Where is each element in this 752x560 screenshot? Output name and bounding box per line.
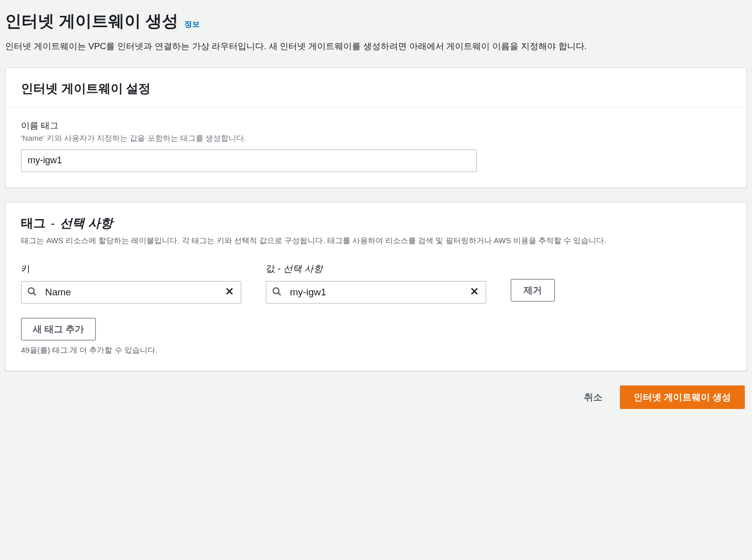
info-link[interactable]: 정보 — [184, 19, 200, 28]
tag-value-input[interactable] — [266, 281, 486, 304]
tag-row: 키 — [21, 263, 731, 304]
tag-remove-column: 제거 — [511, 263, 555, 301]
create-igw-button[interactable]: 인터넷 게이트웨이 생성 — [620, 385, 745, 409]
tags-remaining-text: 49을(를) 태그.개 더 추가할 수 있습니다. — [21, 346, 731, 355]
cancel-button[interactable]: 취소 — [577, 386, 610, 408]
page-description: 인터넷 게이트웨이는 VPC를 인터넷과 연결하는 가상 라우터입니다. 새 인… — [5, 40, 747, 53]
page-header: 인터넷 게이트웨이 생성 정보 — [5, 10, 747, 33]
add-tag-button[interactable]: 새 태그 추가 — [21, 318, 96, 340]
tags-panel-title: 태그 - 선택 사항 — [21, 215, 731, 231]
tag-key-header: 키 — [21, 263, 241, 275]
tags-title-optional: 선택 사항 — [60, 215, 113, 231]
tags-title-prefix: 태그 — [21, 215, 46, 231]
tag-value-column: 값 - 선택 사항 — [266, 263, 486, 304]
tag-value-header-dash: - — [275, 264, 283, 274]
tags-panel-description: 태그는 AWS 리소스에 할당하는 레이블입니다. 각 태그는 키와 선택적 값… — [21, 234, 731, 246]
settings-panel-header: 인터넷 게이트웨이 설정 — [6, 68, 746, 107]
footer-actions: 취소 인터넷 게이트웨이 생성 — [5, 385, 747, 409]
tag-key-column: 키 — [21, 263, 241, 304]
name-tag-hint: 'Name' 키와 사용자가 지정하는 값을 포함하는 태그를 생성합니다. — [21, 134, 731, 143]
tag-value-header: 값 - 선택 사항 — [266, 263, 486, 275]
settings-panel-body: 이름 태그 'Name' 키와 사용자가 지정하는 값을 포함하는 태그를 생성… — [6, 107, 746, 187]
settings-panel-title: 인터넷 게이트웨이 설정 — [21, 80, 731, 97]
name-tag-input[interactable] — [21, 149, 477, 172]
name-tag-label: 이름 태그 — [21, 120, 731, 132]
tags-title-dash: - — [51, 216, 55, 230]
tag-value-input-wrap — [266, 281, 486, 304]
remove-tag-button[interactable]: 제거 — [511, 279, 555, 301]
tags-panel-header: 태그 - 선택 사항 태그는 AWS 리소스에 할당하는 레이블입니다. 각 태… — [6, 203, 746, 250]
tags-panel: 태그 - 선택 사항 태그는 AWS 리소스에 할당하는 레이블입니다. 각 태… — [5, 202, 747, 371]
close-icon[interactable] — [223, 285, 236, 300]
settings-panel: 인터넷 게이트웨이 설정 이름 태그 'Name' 키와 사용자가 지정하는 값… — [5, 68, 747, 188]
tag-value-header-prefix: 값 — [266, 264, 275, 274]
close-icon[interactable] — [468, 285, 481, 300]
page-title: 인터넷 게이트웨이 생성 — [5, 12, 178, 30]
tag-key-input[interactable] — [21, 281, 241, 304]
tag-key-input-wrap — [21, 281, 241, 304]
tag-value-header-optional: 선택 사항 — [283, 264, 323, 274]
tags-panel-body: 키 — [6, 250, 746, 371]
